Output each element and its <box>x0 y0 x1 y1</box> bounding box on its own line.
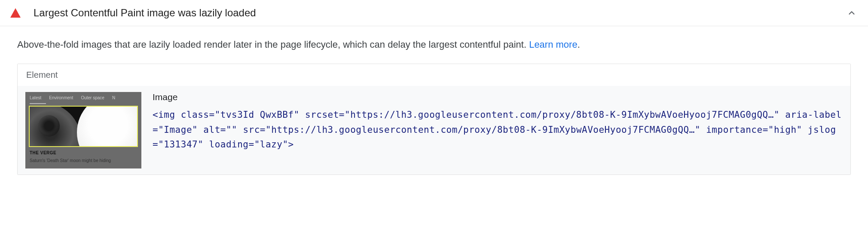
code-cq: " <box>192 125 198 135</box>
code-q: " <box>158 125 164 135</box>
code-sp <box>237 125 243 135</box>
code-attr-name: alt <box>203 125 220 135</box>
element-name: Image <box>153 92 843 102</box>
thumb-caption: Saturn's 'Death Star' moon might be hidi… <box>30 158 111 163</box>
code-cq: " <box>294 110 300 120</box>
code-eq: = <box>153 139 158 150</box>
code-attr-name: importance <box>706 125 762 135</box>
code-eq: = <box>220 125 226 135</box>
learn-more-link[interactable]: Learn more <box>529 39 578 50</box>
fail-triangle-icon <box>10 8 21 18</box>
code-cq: " <box>198 139 203 150</box>
thumb-tab: Environment <box>49 95 73 100</box>
code-sp <box>203 139 209 150</box>
code-attr-name: loading <box>209 139 248 150</box>
code-q: " <box>226 125 232 135</box>
thumb-tab: Outer space <box>81 95 104 100</box>
thumb-tab: N <box>112 95 115 100</box>
code-attr-value: Image <box>164 125 192 135</box>
code-attr-value: 131347 <box>164 139 198 150</box>
code-eq: = <box>339 110 345 120</box>
code-eq: = <box>153 125 158 135</box>
code-attr-name: src <box>243 125 260 135</box>
code-cq: " <box>695 125 700 135</box>
code-cq: " <box>232 125 237 135</box>
code-attr-name: class <box>181 110 209 120</box>
thumb-tab: Latest <box>30 95 41 100</box>
code-attr-name: aria-label <box>785 110 841 120</box>
audit-description-period: . <box>578 39 580 50</box>
element-details: Image <img class="tvs3Id QwxBBf" srcset=… <box>153 92 843 152</box>
code-sp <box>175 110 181 120</box>
audit-title: Largest Contentful Paint image was lazil… <box>34 7 846 19</box>
element-thumbnail: Latest Environment Outer space N THE VER… <box>25 92 141 168</box>
moon-image-left <box>29 106 81 147</box>
code-attr-value: https://lh3.googleusercontent.com/proxy/… <box>271 125 695 135</box>
thumb-tab-underline <box>30 103 46 104</box>
code-cq: " <box>797 125 802 135</box>
code-sp <box>198 125 203 135</box>
element-table: Element Latest Environment Outer space N… <box>17 64 851 175</box>
code-attr-value: tvs3Id QwxBBf <box>220 110 294 120</box>
code-q: " <box>266 125 271 135</box>
code-q: " <box>345 110 350 120</box>
code-q: " <box>768 125 774 135</box>
code-eq: = <box>260 125 266 135</box>
code-sp <box>779 110 785 120</box>
code-q: " <box>254 139 260 150</box>
code-sp <box>802 125 808 135</box>
code-attr-value: lazy <box>260 139 283 150</box>
code-q: " <box>215 110 220 120</box>
audit-header[interactable]: Largest Contentful Paint image was lazil… <box>0 0 868 26</box>
code-tag: img <box>158 110 175 120</box>
code-cq: " <box>282 139 288 150</box>
audit-body: Above-the-fold images that are lazily lo… <box>0 26 868 188</box>
code-close: > <box>288 139 294 150</box>
chevron-up-icon[interactable] <box>846 7 858 19</box>
code-attr-name: jslog <box>808 125 836 135</box>
thumb-highlight-box <box>29 106 138 147</box>
code-sp <box>700 125 706 135</box>
audit-description: Above-the-fold images that are lazily lo… <box>17 37 851 52</box>
element-snippet: <img class="tvs3Id QwxBBf" srcset="https… <box>153 107 843 152</box>
code-attr-value: https://lh3.googleusercontent.com/proxy/… <box>350 110 774 120</box>
code-eq: = <box>249 139 254 150</box>
audit-description-text: Above-the-fold images that are lazily lo… <box>17 39 529 50</box>
code-cq: " <box>774 110 779 120</box>
code-open: < <box>153 110 158 120</box>
table-row: Latest Environment Outer space N THE VER… <box>18 86 850 175</box>
element-table-header: Element <box>18 64 850 86</box>
moon-image-right <box>77 106 138 147</box>
code-q: " <box>158 139 164 150</box>
code-attr-value: high <box>774 125 797 135</box>
code-eq: = <box>763 125 768 135</box>
thumb-brand: THE VERGE <box>30 150 56 155</box>
code-eq: = <box>209 110 214 120</box>
thumb-tabs: Latest Environment Outer space N <box>25 92 141 104</box>
code-sp <box>300 110 305 120</box>
code-attr-name: srcset <box>305 110 339 120</box>
